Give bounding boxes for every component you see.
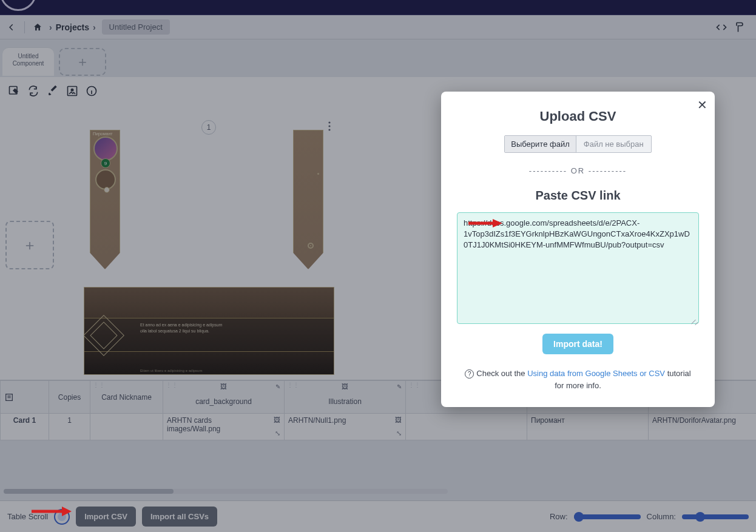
help-link[interactable]: Using data from Google Sheets or CSV [527,369,665,378]
help-text: ?Check out the Using data from Google Sh… [457,368,699,391]
upload-csv-modal: ✕ Upload CSV Выберите файл Файл не выбра… [441,92,715,407]
help-icon: ? [465,369,474,379]
paste-csv-title: Paste CSV link [457,189,699,203]
csv-link-textarea[interactable] [457,212,699,324]
file-input[interactable]: Выберите файл Файл не выбран [504,135,651,153]
file-status: Файл не выбран [576,136,651,152]
close-icon[interactable]: ✕ [697,98,707,112]
choose-file-button[interactable]: Выберите файл [505,136,576,152]
modal-title: Upload CSV [457,109,699,124]
import-data-button[interactable]: Import data! [542,334,613,354]
or-separator: ---------- OR ---------- [457,166,699,175]
